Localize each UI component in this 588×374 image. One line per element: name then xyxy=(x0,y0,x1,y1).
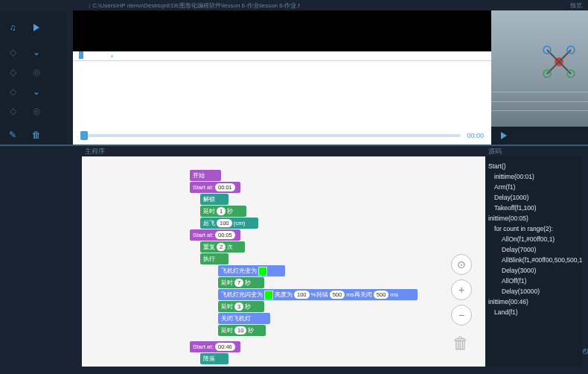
block-light-off[interactable]: 关闭飞机灯 xyxy=(218,313,270,324)
preview-panel xyxy=(491,10,588,145)
timeline-body[interactable] xyxy=(73,61,491,127)
code-panel: Start()inittime(00:01)Arm(f1)Delay(1000)… xyxy=(485,156,582,367)
eye-icon[interactable]: ◎ xyxy=(31,67,42,77)
code-line: Delay(3000) xyxy=(488,265,579,276)
svg-line-2 xyxy=(559,50,571,62)
lower-left-gap xyxy=(0,146,82,367)
bulb-icon[interactable]: ◇ xyxy=(7,47,18,57)
timeline-panel: + 00:00 xyxy=(73,10,491,145)
block-delay[interactable]: 延时1秒 xyxy=(200,206,246,217)
zoom-reset-button[interactable]: ⊙ xyxy=(451,254,472,275)
chevron-down-icon[interactable]: ⌄ xyxy=(31,47,42,57)
video-strip xyxy=(73,10,491,51)
block-start-at[interactable]: Start at:00:46 xyxy=(190,341,240,352)
block-repeat[interactable]: 重复2次 xyxy=(200,241,245,253)
eye-icon[interactable]: ◎ xyxy=(31,106,42,116)
block-delay[interactable]: 延时10秒 xyxy=(218,325,266,336)
file-path: ↓ C:\Users\HP demo\Desktop\EDE图形化编程软件\le… xyxy=(88,1,570,10)
playback-bar: 00:00 xyxy=(73,127,491,145)
bulb-icon[interactable]: ◇ xyxy=(7,106,18,116)
code-line: Delay(7000) xyxy=(488,244,579,255)
vertical-divider xyxy=(67,10,73,145)
code-title: 源码 xyxy=(488,147,502,156)
code-line: Delay(10000) xyxy=(488,286,579,297)
workspace-title: 主程序 xyxy=(85,147,105,156)
block-delay[interactable]: 延时7秒 xyxy=(218,277,264,288)
chevron-down-icon[interactable]: ⌄ xyxy=(31,86,42,97)
ruler[interactable]: + xyxy=(73,51,491,61)
exit-icon[interactable]: ⎋ xyxy=(582,346,588,356)
trash-icon[interactable]: 🗑 xyxy=(31,130,42,140)
bulb-icon[interactable]: ◇ xyxy=(7,67,18,77)
block-delay[interactable]: 延时3秒 xyxy=(218,301,264,312)
block-light-blink[interactable]: 飞机灯光闪变为 亮度为100% 持续500ms 再关闭500ms xyxy=(218,289,418,300)
code-line: AllOff(f1) xyxy=(488,276,579,286)
blocks-workspace[interactable]: 开始 Start at:00:01 解锁 延时1秒 起飞100(cm) Star… xyxy=(82,156,485,367)
trash-icon[interactable]: 🗑 xyxy=(453,334,472,356)
code-line: Arm(f1) xyxy=(488,182,579,192)
block-takeoff[interactable]: 起飞100(cm) xyxy=(200,218,258,229)
playback-knob[interactable] xyxy=(80,131,88,140)
bulb-icon[interactable]: ◇ xyxy=(7,86,18,97)
code-line: inittime(00:46) xyxy=(488,297,579,307)
block-light-on[interactable]: 飞机灯光变为 xyxy=(218,265,285,276)
svg-line-3 xyxy=(547,62,559,74)
block-land[interactable]: 降落 xyxy=(200,353,229,364)
code-line: inittime(00:05) xyxy=(488,213,579,224)
playback-slider[interactable] xyxy=(80,134,461,137)
block-unlock[interactable]: 解锁 xyxy=(200,194,229,205)
zoom-controls: ⊙ + − xyxy=(451,254,472,326)
ruler-handle[interactable] xyxy=(79,51,83,59)
block-exec[interactable]: 执行 xyxy=(200,253,229,264)
code-line: inittime(00:01) xyxy=(488,171,579,182)
preview-3d[interactable] xyxy=(491,10,588,127)
drone-icon xyxy=(541,44,577,80)
zoom-in-button[interactable]: + xyxy=(451,279,472,300)
code-line: Start() xyxy=(488,161,579,171)
block-start-at[interactable]: Start at:00:05 xyxy=(190,229,240,241)
code-line: AllBlink(f1,#00ff00,500,500,1) xyxy=(488,255,579,265)
code-line: AllOn(f1,#00ff00,1) xyxy=(488,234,579,244)
zoom-out-button[interactable]: − xyxy=(451,305,472,326)
time-label: 00:00 xyxy=(467,132,484,139)
svg-line-4 xyxy=(559,62,571,74)
preview-play-icon[interactable] xyxy=(499,130,509,141)
title-bar: ↓ C:\Users\HP demo\Desktop\EDE图形化编程软件\le… xyxy=(0,0,588,10)
ruler-mark: + xyxy=(110,53,114,60)
code-line: for count in range(2): xyxy=(488,224,579,234)
edit-icon[interactable]: ✎ xyxy=(7,130,18,140)
left-sidebar: ♫ ◇⌄ ◇◎ ◇⌄ ◇◎ ✎🗑 xyxy=(0,10,67,145)
block-start[interactable]: 开始 xyxy=(190,170,221,181)
code-line: Delay(1000) xyxy=(488,192,579,203)
block-start-at[interactable]: Start at:00:01 xyxy=(190,182,240,193)
code-line: Takeoff(f1,100) xyxy=(488,203,579,213)
right-edge: ⎋ xyxy=(582,146,588,367)
preview-label[interactable]: 预览 xyxy=(570,1,582,10)
play-icon[interactable] xyxy=(31,22,42,33)
svg-line-1 xyxy=(547,50,559,62)
music-icon[interactable]: ♫ xyxy=(7,22,18,33)
code-line: Land(f1) xyxy=(488,307,579,317)
